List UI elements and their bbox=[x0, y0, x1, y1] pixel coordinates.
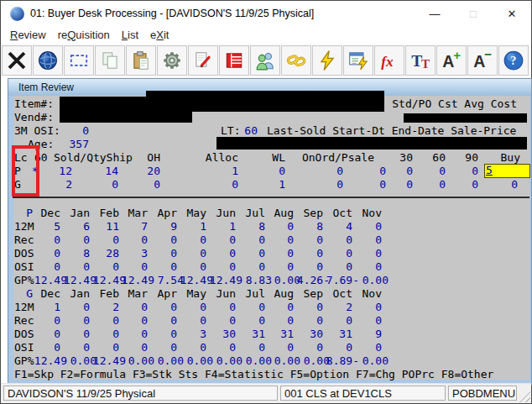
svg-text:−: − bbox=[484, 50, 492, 61]
panel-title: Item Review bbox=[8, 79, 531, 96]
report-table-icon bbox=[223, 50, 245, 71]
toolbar-button-report-table[interactable] bbox=[219, 45, 249, 76]
title-bar: 01: Buyer Desk Processing - [DAVIDSON'S … bbox=[1, 1, 531, 27]
menu-bar: ReviewreQuisitionListeXit bbox=[1, 27, 531, 43]
users-icon bbox=[254, 50, 276, 71]
toolbar: fxTTA+A−? bbox=[1, 43, 531, 78]
toolbar-button-settings-gear[interactable] bbox=[157, 45, 187, 76]
edit-pencil-icon bbox=[192, 50, 214, 71]
minimize-button[interactable]: — bbox=[415, 1, 454, 27]
toolbar-button-close-x[interactable] bbox=[2, 45, 32, 76]
svg-text:A: A bbox=[442, 52, 454, 71]
svg-text:?: ? bbox=[510, 53, 517, 67]
font-increase-icon: A+ bbox=[441, 50, 462, 71]
help-icon: ? bbox=[503, 50, 524, 71]
svg-text:+: + bbox=[453, 50, 461, 62]
menu-item-list[interactable]: List bbox=[117, 29, 146, 42]
selection-rectangle-icon bbox=[68, 50, 90, 71]
buy-input[interactable]: 5 bbox=[484, 164, 530, 178]
resize-grip[interactable] bbox=[519, 391, 530, 402]
toolbar-button-window-lightning[interactable] bbox=[343, 45, 373, 76]
close-button[interactable]: ✕ bbox=[493, 1, 531, 27]
paste-icon bbox=[130, 50, 152, 71]
text-format-icon: TT bbox=[409, 50, 431, 71]
toolbar-button-edit-pencil[interactable] bbox=[188, 45, 218, 76]
svg-text:T: T bbox=[421, 56, 430, 71]
status-bar: DAVIDSON'S 11/9/25 Physical 001 CLS at D… bbox=[1, 383, 531, 403]
close-x-icon bbox=[6, 50, 28, 71]
function-fx-icon: fx bbox=[378, 50, 400, 71]
app-window: 01: Buyer Desk Processing - [DAVIDSON'S … bbox=[0, 0, 532, 404]
toolbar-button-copy[interactable] bbox=[95, 45, 125, 76]
toolbar-button-selection-rectangle[interactable] bbox=[64, 45, 94, 76]
font-decrease-icon: A− bbox=[472, 50, 493, 71]
toolbar-button-text-format[interactable]: TT bbox=[405, 45, 436, 76]
toolbar-button-font-decrease[interactable]: A− bbox=[467, 45, 498, 76]
menu-item-exit[interactable]: eXit bbox=[146, 29, 176, 42]
toolbar-button-help[interactable]: ? bbox=[498, 45, 529, 76]
toolbar-button-users[interactable] bbox=[250, 45, 280, 76]
menu-item-requisition[interactable]: reQuisition bbox=[54, 29, 117, 42]
settings-gear-icon bbox=[161, 50, 183, 71]
svg-text:fx: fx bbox=[381, 54, 394, 70]
item-review-panel: Item Review bbox=[8, 78, 532, 386]
status-section-document: DAVIDSON'S 11/9/25 Physical bbox=[3, 386, 278, 401]
toolbar-button-lightning[interactable] bbox=[312, 45, 342, 76]
toolbar-button-link-chain[interactable] bbox=[281, 45, 311, 76]
app-globe-icon bbox=[10, 7, 24, 21]
window-lightning-icon bbox=[347, 50, 369, 71]
link-chain-icon bbox=[285, 50, 307, 71]
lightning-icon bbox=[316, 50, 338, 71]
toolbar-button-font-increase[interactable]: A+ bbox=[436, 45, 467, 76]
buy-input-value: 5 bbox=[486, 164, 493, 176]
toolbar-button-function-fx[interactable]: fx bbox=[374, 45, 404, 76]
window-title: 01: Buyer Desk Processing - [DAVIDSON'S … bbox=[30, 8, 314, 19]
terminal-background bbox=[13, 96, 529, 380]
status-section-menu: POBDMENU bbox=[448, 386, 517, 401]
svg-text:A: A bbox=[473, 52, 485, 71]
maximize-button: □ bbox=[454, 1, 493, 27]
copy-icon bbox=[99, 50, 121, 71]
toolbar-button-paste[interactable] bbox=[126, 45, 156, 76]
menu-item-review[interactable]: Review bbox=[6, 29, 54, 42]
globe-icon bbox=[37, 50, 59, 71]
status-section-session: 001 CLS at DEV1CLS bbox=[280, 386, 446, 401]
toolbar-button-globe[interactable] bbox=[33, 45, 63, 76]
